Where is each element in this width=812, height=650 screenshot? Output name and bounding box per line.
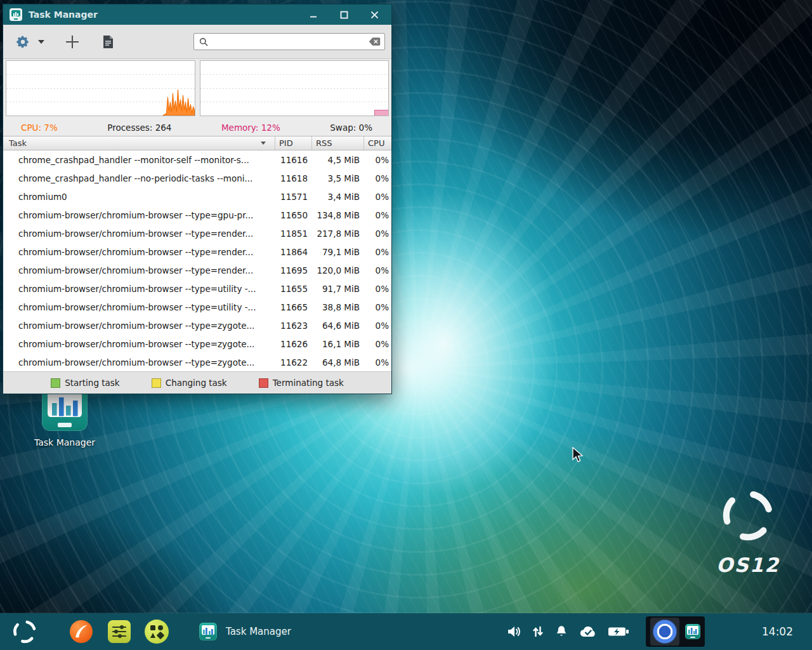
log-button[interactable] (97, 31, 119, 53)
cell-pid: 11623 (275, 321, 311, 331)
cloud-sync-icon[interactable] (579, 625, 598, 639)
os-watermark: OS12 (703, 486, 793, 576)
cell-rss: 16,1 MiB (311, 339, 363, 349)
volume-icon[interactable] (506, 624, 521, 639)
taskbar-clock: 14:02 (762, 625, 793, 638)
cell-task: chromium-browser/chromium-browser --type… (3, 357, 275, 368)
taskbar-window-button-task-manager[interactable]: Task Manager (194, 616, 296, 647)
table-row[interactable]: chromium-browser/chromium-browser --type… (3, 298, 391, 316)
table-row[interactable]: chromium-browser/chromium-browser --type… (3, 279, 391, 298)
column-header-pid-label: PID (279, 138, 293, 148)
column-header-cpu[interactable]: CPU (363, 136, 391, 150)
cell-pid: 11665 (275, 302, 311, 312)
log-file-icon (102, 35, 114, 49)
mixer-app-icon (110, 623, 128, 640)
table-row[interactable]: chromium-browser/chromium-browser --type… (3, 224, 391, 242)
legend-bar: Starting taskChanging taskTerminating ta… (3, 371, 391, 394)
history-graphs (3, 59, 391, 119)
cell-rss: 64,8 MiB (311, 357, 363, 368)
window-titlebar[interactable]: Task Manager (3, 4, 391, 25)
monitor-stand-glyph (58, 423, 72, 427)
cell-cpu: 0% (363, 265, 391, 275)
cell-cpu: 0% (363, 357, 391, 368)
cell-rss: 3,4 MiB (311, 192, 363, 202)
table-row[interactable]: chromium0115713,4 MiB0% (3, 187, 391, 206)
monitor-stand-glyph (206, 637, 211, 639)
window-toolbar (3, 25, 391, 59)
cell-rss: 217,8 MiB (311, 229, 363, 239)
stat-cpu: CPU: 7% (21, 123, 58, 133)
column-header-rss-label: RSS (316, 138, 332, 148)
desktop-icon-task-manager[interactable]: Task Manager (32, 385, 98, 448)
column-header-pid[interactable]: PID (275, 136, 311, 150)
table-row[interactable]: chromium-browser/chromium-browser --type… (3, 206, 391, 224)
monitor-screen-glyph (48, 391, 81, 416)
network-traffic-icon[interactable] (532, 625, 544, 639)
maximize-button[interactable] (333, 5, 355, 24)
cell-cpu: 0% (363, 173, 391, 183)
table-row[interactable]: chromium-browser/chromium-browser --type… (3, 242, 391, 261)
cell-cpu: 0% (363, 321, 391, 331)
close-button[interactable] (363, 5, 385, 24)
battery-charging-icon[interactable] (608, 625, 629, 639)
legend-item: Changing task (152, 378, 227, 388)
orange-app-icon (70, 620, 93, 643)
cell-cpu: 0% (363, 192, 391, 202)
window-icon-screen (11, 10, 20, 17)
task-table-body: chrome_crashpad_handler --monitor-self -… (3, 150, 391, 371)
table-row[interactable]: chrome_crashpad_handler --no-periodic-ta… (3, 169, 391, 187)
cell-pid: 11616 (275, 155, 311, 165)
cell-pid: 11851 (275, 229, 311, 239)
launcher-mixer-app[interactable] (108, 620, 131, 643)
system-tray (506, 616, 705, 647)
launcher-orange-app[interactable] (70, 620, 93, 643)
pick-process-button[interactable] (62, 31, 83, 53)
cell-cpu: 0% (363, 284, 391, 294)
dropdown-caret-icon (38, 40, 44, 44)
maximize-icon (340, 11, 348, 19)
search-input[interactable] (213, 37, 369, 46)
clear-backspace-icon[interactable] (369, 37, 381, 46)
legend-label: Changing task (166, 378, 227, 388)
table-header: Task PID RSS CPU (3, 136, 391, 150)
cell-rss: 4,5 MiB (311, 155, 363, 165)
widgets-app-icon (148, 623, 166, 640)
settings-dropdown-button[interactable] (35, 31, 48, 53)
cell-pid: 11650 (275, 210, 311, 220)
task-manager-tray-icon[interactable] (685, 624, 700, 639)
window-title: Task Manager (29, 10, 98, 20)
minimize-button[interactable] (303, 5, 324, 24)
chromium-icon (653, 620, 677, 644)
os-menu-button[interactable] (10, 617, 39, 646)
cpu-usage-series (6, 61, 195, 116)
cell-task: chromium0 (3, 192, 275, 202)
search-icon (199, 37, 209, 47)
desktop: OS12 Task Manager Task Manager (0, 0, 812, 650)
chromium-tray-button[interactable] (650, 618, 679, 646)
window-icon (10, 8, 22, 21)
cell-task: chromium-browser/chromium-browser --type… (3, 321, 275, 331)
taskbar: Task Manager (0, 613, 812, 650)
cell-cpu: 0% (363, 302, 391, 312)
launcher-widgets-app[interactable] (145, 620, 169, 644)
notifications-bell-icon[interactable] (554, 625, 568, 639)
settings-gear-icon (16, 35, 30, 49)
search-box (193, 33, 385, 50)
table-row[interactable]: chromium-browser/chromium-browser --type… (3, 353, 391, 371)
cell-task: chrome_crashpad_handler --monitor-self -… (3, 155, 275, 165)
stat-swap: Swap: 0% (330, 123, 372, 133)
cell-task: chromium-browser/chromium-browser --type… (3, 265, 275, 275)
table-row[interactable]: chromium-browser/chromium-browser --type… (3, 316, 391, 335)
legend-color-swatch (51, 378, 60, 388)
column-header-task[interactable]: Task (3, 136, 275, 150)
table-row[interactable]: chrome_crashpad_handler --monitor-self -… (3, 150, 391, 169)
cell-task: chromium-browser/chromium-browser --type… (3, 302, 275, 312)
table-row[interactable]: chromium-browser/chromium-browser --type… (3, 335, 391, 353)
legend-label: Terminating task (273, 378, 344, 388)
settings-button[interactable] (13, 31, 32, 53)
column-header-rss[interactable]: RSS (311, 136, 363, 150)
cell-pid: 11864 (275, 247, 311, 257)
cell-pid: 11695 (275, 265, 311, 275)
monitor-screen-glyph (202, 625, 215, 635)
table-row[interactable]: chromium-browser/chromium-browser --type… (3, 261, 391, 279)
